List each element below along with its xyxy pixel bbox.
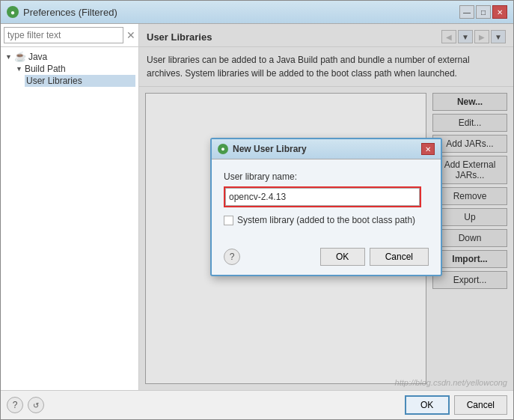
tree-item-userlibraries[interactable]: User Libraries: [25, 75, 135, 87]
tree-label-userlibraries: User Libraries: [26, 76, 82, 86]
help-button[interactable]: ?: [7, 397, 23, 413]
tree-item-buildpath[interactable]: ▼ Build Path: [14, 63, 135, 75]
title-bar-left: ● Preferences (Filtered): [7, 6, 117, 18]
close-button[interactable]: ✕: [492, 5, 507, 19]
cancel-button[interactable]: Cancel: [454, 395, 507, 415]
search-input[interactable]: [4, 27, 123, 43]
title-bar: ● Preferences (Filtered) — □ ✕: [1, 1, 513, 24]
main-window: ● Preferences (Filtered) — □ ✕ ✕ ▼ ☕ Jav…: [0, 0, 514, 420]
dialog-ok-button[interactable]: OK: [320, 248, 365, 266]
tree-children-java: ▼ Build Path User Libraries: [14, 63, 135, 87]
dialog-action-buttons: OK Cancel: [320, 248, 429, 266]
dialog-body: User library name: System library (added…: [212, 159, 441, 245]
dialog-close-button[interactable]: ✕: [421, 143, 435, 155]
java-icon: ☕: [14, 51, 26, 62]
content-area: ✕ ▼ ☕ Java ▼ Build Path User Libraries: [1, 24, 513, 390]
tree-label-java: Java: [28, 52, 47, 62]
left-panel: ✕ ▼ ☕ Java ▼ Build Path User Libraries: [1, 24, 139, 390]
dialog-cancel-button[interactable]: Cancel: [370, 248, 429, 266]
dialog-footer: ? OK Cancel: [212, 245, 441, 275]
ok-button[interactable]: OK: [405, 395, 450, 415]
window-title: Preferences (Filtered): [23, 7, 117, 18]
bottom-right: OK Cancel: [405, 395, 507, 415]
tree-label-buildpath: Build Path: [25, 64, 66, 74]
dialog-title-left: ● New User Library: [218, 144, 307, 154]
dialog-input-label: User library name:: [224, 171, 429, 182]
tree-arrow-buildpath: ▼: [16, 65, 22, 73]
search-bar: ✕: [1, 24, 138, 47]
right-panel: User Libraries ◀ ▼ ▶ ▼ User libraries ca…: [139, 24, 513, 390]
tree-area: ▼ ☕ Java ▼ Build Path User Libraries: [1, 47, 138, 390]
dialog-input-wrapper: [224, 186, 421, 207]
dialog-title: New User Library: [233, 144, 307, 154]
app-icon: ●: [7, 6, 19, 18]
tree-item-java[interactable]: ▼ ☕ Java: [4, 50, 135, 63]
tree-children-buildpath: User Libraries: [25, 75, 135, 87]
maximize-button[interactable]: □: [476, 5, 491, 19]
dialog-help-button[interactable]: ?: [224, 249, 240, 265]
minimize-button[interactable]: —: [459, 5, 474, 19]
window-controls: — □ ✕: [459, 5, 507, 19]
tree-arrow-java: ▼: [5, 53, 12, 61]
restore-defaults-button[interactable]: ↺: [28, 397, 44, 413]
bottom-left: ? ↺: [7, 397, 44, 413]
new-user-library-dialog: ● New User Library ✕ User library name:: [210, 138, 442, 276]
system-library-checkbox[interactable]: [224, 216, 233, 225]
search-clear-icon[interactable]: ✕: [125, 28, 137, 43]
bottom-bar: ? ↺ OK Cancel: [1, 390, 513, 419]
dialog-overlay: ● New User Library ✕ User library name:: [139, 24, 513, 390]
library-name-input[interactable]: [225, 188, 420, 206]
dialog-app-icon: ●: [218, 144, 228, 154]
dialog-title-bar: ● New User Library ✕: [212, 139, 441, 159]
system-library-label: System library (added to the boot class …: [237, 215, 415, 225]
dialog-checkbox-row: System library (added to the boot class …: [224, 215, 429, 225]
